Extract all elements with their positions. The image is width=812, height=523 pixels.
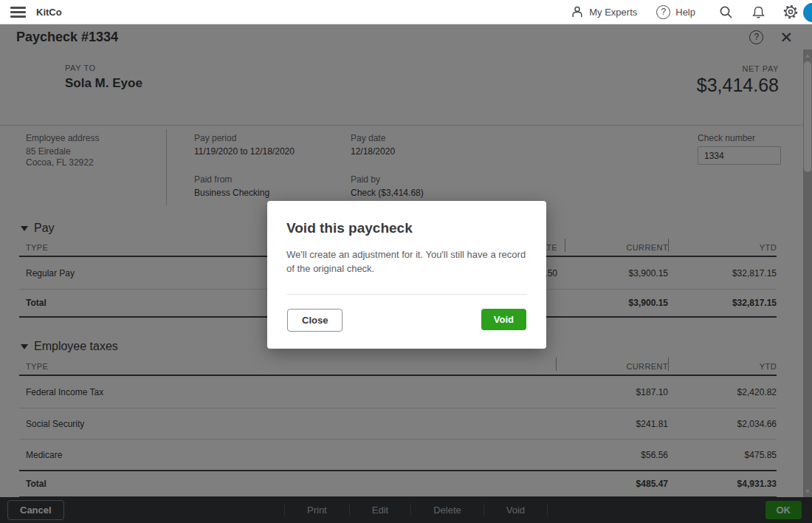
void-paycheck-dialog: Void this paycheck We'll create an adjus… xyxy=(267,201,546,349)
help-button[interactable]: ? Help xyxy=(656,5,695,19)
question-circle-icon: ? xyxy=(656,5,670,19)
notifications-bell-icon[interactable] xyxy=(747,5,769,19)
top-app-bar: KitCo My Experts ? Help xyxy=(0,0,812,24)
divider xyxy=(286,294,527,295)
close-button[interactable]: Close xyxy=(287,309,343,332)
my-experts-button[interactable]: My Experts xyxy=(571,5,637,18)
person-icon xyxy=(571,5,584,18)
hamburger-menu-icon[interactable] xyxy=(10,7,26,18)
dialog-title: Void this paycheck xyxy=(286,220,413,236)
help-label: Help xyxy=(675,7,695,18)
void-confirm-button[interactable]: Void xyxy=(481,309,526,330)
company-name: KitCo xyxy=(36,7,62,18)
dialog-message: We'll create an adjustment for it. You'l… xyxy=(286,248,530,276)
search-icon[interactable] xyxy=(715,5,737,19)
my-experts-label: My Experts xyxy=(589,7,637,18)
settings-gear-icon[interactable] xyxy=(780,4,802,19)
